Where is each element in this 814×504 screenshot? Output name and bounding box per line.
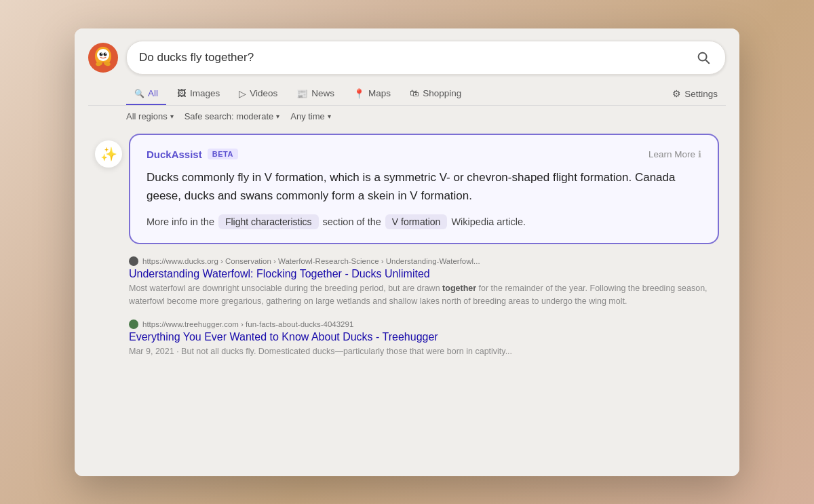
region-arrow-icon: ▾	[170, 113, 174, 120]
beta-badge: BETA	[208, 149, 238, 159]
safe-search-arrow-icon: ▾	[276, 113, 279, 120]
result-2-title[interactable]: Everything You Ever Wanted to Know About…	[129, 331, 719, 343]
safe-search-label: Safe search: moderate	[185, 111, 274, 121]
duck-assist-card: DuckAssist BETA Learn More ℹ Ducks commo…	[129, 134, 719, 244]
browser-window: Do ducks fly together? 🔍 All 🖼 Images ▷	[75, 28, 739, 476]
time-label: Any time	[290, 111, 325, 121]
tab-images-icon: 🖼	[177, 88, 187, 98]
search-button[interactable]	[694, 48, 713, 67]
tab-news-icon: 📰	[296, 88, 308, 99]
learn-more-text: Learn More	[648, 149, 695, 159]
region-filter[interactable]: All regions ▾	[126, 111, 174, 121]
time-filter[interactable]: Any time ▾	[290, 111, 331, 121]
ddg-logo-icon	[88, 43, 118, 73]
result-2-snippet: Mar 9, 2021 · But not all ducks fly. Dom…	[129, 345, 719, 358]
duck-assist-label: DuckAssist	[147, 149, 202, 160]
duck-assist-footer: More info in the Flight characteristics …	[147, 214, 701, 229]
tab-all-icon: 🔍	[134, 89, 144, 98]
settings-label: Settings	[684, 89, 718, 99]
search-query-text: Do ducks fly together?	[139, 51, 694, 64]
tab-maps[interactable]: 📍 Maps	[345, 83, 399, 106]
result-1-favicon	[129, 256, 138, 266]
tab-shopping-icon: 🛍	[410, 88, 419, 98]
tab-all[interactable]: 🔍 All	[126, 83, 166, 105]
region-label: All regions	[126, 111, 168, 121]
duck-assist-wrapper: ✨ DuckAssist BETA Learn More ℹ Ducks com…	[129, 134, 719, 244]
result-2-url-row: https://www.treehugger.com › fun-facts-a…	[129, 319, 719, 329]
browser-chrome: Do ducks fly together? 🔍 All 🖼 Images ▷	[75, 28, 739, 106]
tab-news[interactable]: 📰 News	[288, 83, 343, 106]
safe-search-filter[interactable]: Safe search: moderate ▾	[185, 111, 280, 121]
result-1-title[interactable]: Understanding Waterfowl: Flocking Togeth…	[129, 268, 719, 280]
search-bar-row: Do ducks fly together?	[88, 41, 726, 75]
settings-icon: ⚙	[672, 88, 681, 99]
footer-middle: section of the	[323, 216, 381, 227]
info-icon: ℹ	[698, 149, 701, 159]
filter-row: All regions ▾ Safe search: moderate ▾ An…	[75, 106, 739, 127]
tab-videos-icon: ▷	[239, 88, 246, 99]
nav-tabs: 🔍 All 🖼 Images ▷ Videos 📰 News 📍 Maps 🛍	[88, 83, 726, 106]
duck-assist-body: Ducks commonly fly in V formation, which…	[147, 168, 701, 205]
search-bar[interactable]: Do ducks fly together?	[126, 41, 726, 75]
result-2-favicon	[129, 319, 138, 329]
svg-point-3	[100, 52, 103, 56]
footer-suffix: Wikipedia article.	[451, 216, 526, 227]
footer-prefix: More info in the	[147, 216, 214, 227]
content-area: ✨ DuckAssist BETA Learn More ℹ Ducks com…	[75, 127, 739, 476]
tab-images-label: Images	[190, 88, 220, 98]
result-1-url-row: https://www.ducks.org › Conservation › W…	[129, 256, 719, 266]
result-1-url: https://www.ducks.org › Conservation › W…	[142, 257, 480, 265]
result-2-url: https://www.treehugger.com › fun-facts-a…	[142, 320, 353, 328]
result-1-snippet: Most waterfowl are downright unsociable …	[129, 282, 719, 308]
tab-shopping[interactable]: 🛍 Shopping	[402, 83, 469, 105]
tab-news-label: News	[311, 88, 334, 98]
svg-point-5	[101, 53, 102, 54]
v-formation-link[interactable]: V formation	[385, 214, 448, 229]
duck-assist-header: DuckAssist BETA Learn More ℹ	[147, 149, 701, 160]
tab-videos[interactable]: ▷ Videos	[231, 83, 286, 106]
tab-videos-label: Videos	[250, 88, 277, 98]
settings-button[interactable]: ⚙ Settings	[664, 83, 726, 104]
search-result-2: https://www.treehugger.com › fun-facts-a…	[129, 319, 719, 358]
svg-point-2	[97, 49, 109, 61]
svg-line-11	[705, 60, 709, 63]
tab-maps-icon: 📍	[353, 88, 365, 99]
duck-assist-avatar: ✨	[95, 140, 122, 168]
svg-point-6	[105, 53, 106, 54]
tab-all-label: All	[148, 88, 158, 98]
tab-images[interactable]: 🖼 Images	[169, 83, 228, 105]
tab-maps-label: Maps	[368, 88, 391, 98]
search-result-1: https://www.ducks.org › Conservation › W…	[129, 256, 719, 308]
learn-more-button[interactable]: Learn More ℹ	[648, 149, 701, 159]
duck-assist-title-group: DuckAssist BETA	[147, 149, 238, 160]
flight-characteristics-link[interactable]: Flight characteristics	[218, 214, 319, 229]
time-arrow-icon: ▾	[328, 113, 331, 120]
svg-point-4	[104, 52, 107, 56]
tab-shopping-label: Shopping	[423, 88, 461, 98]
